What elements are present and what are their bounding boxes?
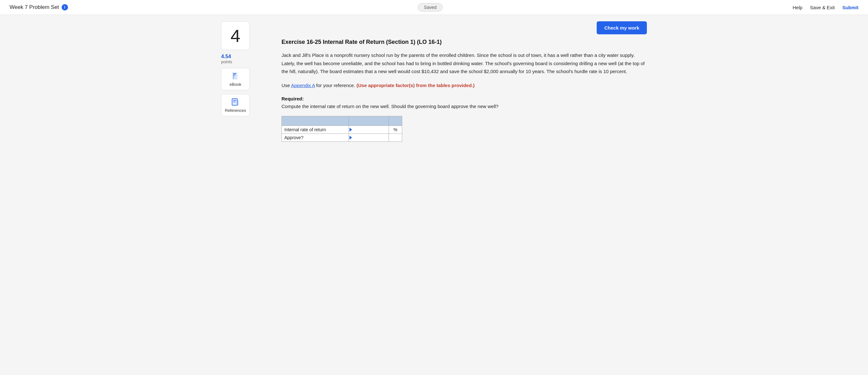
svg-rect-1 bbox=[234, 73, 236, 74]
left-sidebar: 4 4.54 points eBook References bbox=[221, 21, 272, 142]
info-icon[interactable]: i bbox=[62, 4, 68, 10]
answer-table-wrapper: Internal rate of return % Appro bbox=[281, 116, 647, 142]
points-info: 4.54 points bbox=[221, 54, 232, 64]
row1-input-cell bbox=[348, 126, 389, 134]
use-prefix: Use bbox=[281, 83, 291, 88]
references-button[interactable]: References bbox=[221, 94, 250, 116]
exercise-title: Exercise 16-25 Internal Rate of Return (… bbox=[281, 39, 647, 45]
appendix-reference-line: Use Appendix A for your reference. (Use … bbox=[281, 81, 647, 90]
references-icon bbox=[231, 98, 240, 107]
points-label: points bbox=[221, 59, 232, 64]
question-number: 4 bbox=[230, 25, 240, 46]
page-title: Week 7 Problem Set bbox=[9, 4, 59, 10]
blue-triangle-icon bbox=[349, 128, 352, 131]
row1-suffix: % bbox=[389, 126, 402, 134]
main-content: 4 4.54 points eBook References bbox=[212, 15, 656, 148]
top-bar-right: Help Save & Exit Submit bbox=[793, 5, 859, 10]
help-link[interactable]: Help bbox=[793, 5, 803, 10]
table-header-row bbox=[282, 116, 402, 126]
save-exit-link[interactable]: Save & Exit bbox=[810, 5, 835, 10]
appendix-a-link[interactable]: Appendix A bbox=[291, 83, 315, 88]
row1-label: Internal rate of return bbox=[282, 126, 349, 134]
references-label: References bbox=[225, 108, 246, 113]
approve-input[interactable] bbox=[351, 135, 386, 140]
table-row: Internal rate of return % bbox=[282, 126, 402, 134]
content-area: Check my work Exercise 16-25 Internal Ra… bbox=[272, 21, 647, 142]
row2-input-cell bbox=[348, 134, 389, 142]
row2-suffix bbox=[389, 134, 402, 142]
use-suffix: for your reference. bbox=[315, 83, 356, 88]
required-text: Compute the internal rate of return on t… bbox=[281, 103, 498, 109]
top-bar-center: Saved bbox=[418, 3, 442, 11]
svg-rect-3 bbox=[233, 73, 234, 79]
answer-table: Internal rate of return % Appro bbox=[281, 116, 402, 142]
problem-text: Jack and Jill's Place is a nonprofit nur… bbox=[281, 51, 647, 75]
required-label: Required: bbox=[281, 96, 304, 101]
row2-label: Approve? bbox=[282, 134, 349, 142]
table-header-col3 bbox=[389, 116, 402, 126]
use-factors-text: (Use appropriate factor(s) from the tabl… bbox=[356, 83, 475, 88]
table-row: Approve? bbox=[282, 134, 402, 142]
required-section: Required: Compute the internal rate of r… bbox=[281, 95, 647, 110]
question-number-box: 4 bbox=[221, 21, 250, 50]
check-my-work-row: Check my work bbox=[281, 21, 647, 34]
ebook-label: eBook bbox=[230, 82, 242, 87]
saved-badge: Saved bbox=[418, 3, 442, 11]
top-bar: Week 7 Problem Set i Saved Help Save & E… bbox=[0, 0, 868, 15]
top-bar-left: Week 7 Problem Set i bbox=[9, 4, 68, 10]
svg-rect-6 bbox=[233, 100, 236, 101]
blue-triangle-icon bbox=[349, 136, 352, 139]
table-header-col1 bbox=[282, 116, 349, 126]
svg-rect-8 bbox=[237, 100, 239, 105]
check-my-work-button[interactable]: Check my work bbox=[597, 21, 647, 34]
points-value: 4.54 bbox=[221, 54, 231, 59]
submit-link[interactable]: Submit bbox=[842, 5, 859, 10]
internal-rate-input[interactable] bbox=[351, 127, 386, 132]
table-header-col2 bbox=[348, 116, 389, 126]
svg-rect-7 bbox=[233, 101, 236, 102]
ebook-icon bbox=[231, 72, 240, 81]
ebook-button[interactable]: eBook bbox=[221, 68, 250, 90]
